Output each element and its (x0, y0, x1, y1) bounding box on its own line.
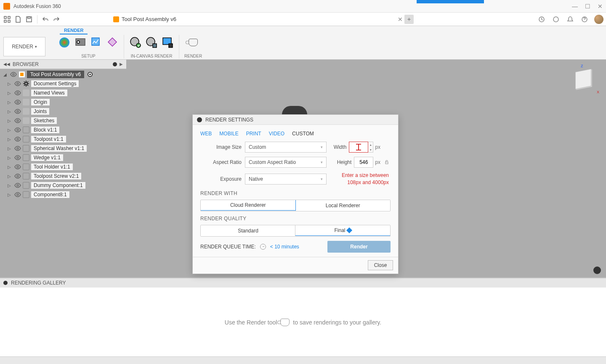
tree-item[interactable]: ▷Named Views (2, 88, 126, 98)
browser-header[interactable]: ◀◀ BROWSER ▶ (0, 60, 126, 69)
activate-radio[interactable] (88, 72, 93, 77)
expand-icon[interactable]: ▷ (8, 109, 13, 114)
cloud-renderer-option[interactable]: Cloud Renderer (200, 200, 296, 211)
in-canvas-settings-icon[interactable] (145, 36, 158, 49)
dialog-tab-mobile[interactable]: MOBILE (219, 131, 238, 137)
tree-item[interactable]: ▷Wedge v1:1 (2, 153, 126, 162)
standard-quality-option[interactable]: Standard (201, 225, 295, 236)
expand-icon[interactable]: ◢ (3, 72, 8, 77)
tree-item[interactable]: ▷Block v1:1 (2, 125, 126, 135)
visibility-icon[interactable] (14, 191, 21, 198)
visibility-icon[interactable] (14, 90, 21, 96)
width-input[interactable] (349, 142, 368, 153)
redo-icon[interactable] (52, 15, 61, 24)
expand-icon[interactable]: ▷ (8, 137, 13, 142)
maximize-button[interactable]: ☐ (585, 4, 590, 9)
visibility-icon[interactable] (14, 108, 21, 115)
height-input[interactable] (354, 157, 373, 168)
gallery-collapse-icon[interactable] (3, 281, 8, 285)
expand-icon[interactable]: ▷ (8, 193, 13, 197)
scene-settings-icon[interactable] (74, 36, 87, 49)
dialog-collapse-icon[interactable] (197, 117, 202, 122)
document-tab[interactable]: Tool Post Assembly v6 ✕ (113, 16, 403, 23)
visibility-icon[interactable] (14, 117, 21, 124)
tree-item[interactable]: ▷Toolpost v1:1 (2, 135, 126, 144)
expand-icon[interactable]: ▷ (8, 183, 13, 188)
extensions-icon[interactable] (537, 15, 546, 24)
visibility-icon[interactable] (14, 99, 21, 106)
local-renderer-option[interactable]: Local Renderer (295, 200, 391, 211)
final-quality-option[interactable]: Final (295, 225, 391, 236)
save-icon[interactable] (24, 15, 34, 24)
tree-root[interactable]: ◢ Tool Post Assembly v6 (2, 70, 126, 79)
expand-icon[interactable]: ▷ (8, 146, 13, 151)
pin-icon[interactable]: ▶ (120, 62, 123, 66)
image-size-select[interactable]: Custom (245, 142, 327, 153)
close-tab-icon[interactable]: ✕ (398, 16, 403, 23)
dialog-tab-web[interactable]: WEB (200, 131, 212, 137)
svg-rect-12 (92, 38, 99, 45)
data-panel-icon[interactable] (3, 15, 12, 24)
capture-image-icon[interactable] (161, 36, 174, 49)
expand-icon[interactable]: ▷ (8, 174, 13, 179)
close-button[interactable]: Close (368, 260, 393, 270)
dialog-tab-video[interactable]: VIDEO (269, 131, 284, 137)
expand-icon[interactable]: ▷ (8, 82, 13, 86)
tree-item[interactable]: ▷Document Settings (2, 79, 126, 88)
aspect-select[interactable]: Custom Aspect Ratio (245, 157, 327, 168)
visibility-icon[interactable] (14, 80, 21, 87)
expand-icon[interactable]: ▷ (8, 165, 13, 169)
tree-item[interactable]: ▷Toolpost Screw v2:1 (2, 171, 126, 181)
dialog-tab-print[interactable]: PRINT (246, 131, 261, 137)
visibility-icon[interactable] (14, 182, 21, 189)
expand-icon[interactable]: ▷ (8, 119, 13, 123)
exposure-select[interactable]: Native (245, 174, 327, 185)
axis-z-label: Z (581, 64, 583, 68)
decal-icon[interactable] (106, 36, 119, 49)
in-canvas-render-icon[interactable] (129, 36, 142, 49)
dialog-tab-custom[interactable]: CUSTOM (292, 131, 314, 137)
minimize-button[interactable]: — (572, 4, 577, 9)
visibility-icon[interactable] (14, 154, 21, 161)
visibility-icon[interactable] (10, 71, 17, 78)
new-tab-icon[interactable]: ＋ (404, 15, 414, 24)
feedback-icon[interactable] (593, 266, 601, 274)
tree-item[interactable]: ▷Component8:1 (2, 190, 126, 199)
width-spinner[interactable]: ▲▼ (368, 142, 373, 153)
expand-icon[interactable]: ▷ (8, 156, 13, 160)
collapse-icon[interactable]: ◀◀ (3, 62, 10, 66)
tree-item[interactable]: ▷Origin (2, 98, 126, 107)
tree-item[interactable]: ▷Spherical Washer v1:1 (2, 144, 126, 153)
close-window-button[interactable]: ✕ (598, 4, 603, 9)
visibility-icon[interactable] (14, 173, 21, 179)
lock-aspect-icon[interactable] (383, 157, 391, 168)
job-status-icon[interactable] (551, 15, 561, 24)
user-avatar[interactable] (594, 15, 603, 24)
visibility-icon[interactable] (14, 164, 21, 170)
undo-icon[interactable] (41, 15, 50, 24)
gallery-header[interactable]: RENDERING GALLERY (0, 278, 606, 288)
expand-icon[interactable]: ▷ (8, 91, 13, 95)
tree-item[interactable]: ▷Joints (2, 107, 126, 116)
dialog-title-bar[interactable]: RENDER SETTINGS (193, 115, 398, 125)
workspace-switcher[interactable]: RENDER (3, 37, 45, 56)
expand-icon[interactable]: ▷ (8, 100, 13, 105)
file-menu-icon[interactable] (13, 15, 23, 24)
browser-settings-icon[interactable] (113, 62, 117, 66)
expand-icon[interactable]: ▷ (8, 128, 13, 132)
tree-item[interactable]: ▷Sketches (2, 116, 126, 125)
visibility-icon[interactable] (14, 127, 21, 133)
visibility-icon[interactable] (14, 145, 21, 152)
notifications-icon[interactable] (566, 15, 575, 24)
render-button[interactable]: Render (327, 241, 391, 253)
texture-map-icon[interactable] (90, 36, 103, 49)
visibility-icon[interactable] (14, 136, 21, 142)
tree-item[interactable]: ▷Dummy Component:1 (2, 181, 126, 190)
view-cube[interactable]: Z X (569, 65, 598, 94)
ribbon-tab-render[interactable]: RENDER (60, 27, 88, 34)
tree-item[interactable]: ▷Tool Holder v1:1 (2, 162, 126, 171)
appearance-icon[interactable] (58, 36, 71, 49)
render-icon[interactable] (187, 36, 199, 49)
help-icon[interactable] (580, 15, 589, 24)
comp-icon (23, 145, 29, 152)
